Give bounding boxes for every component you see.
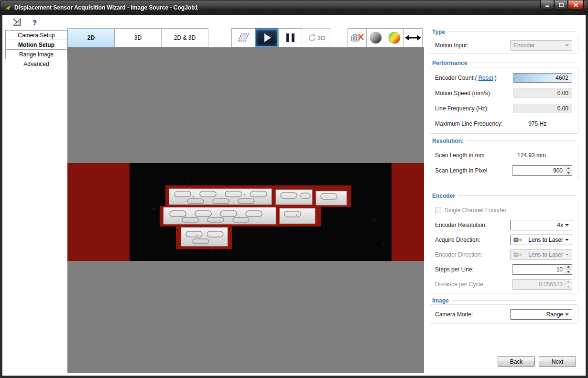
refresh-3d-button: 3D: [302, 28, 331, 47]
camera-mode-select[interactable]: Range: [510, 309, 572, 320]
encoder-direction-select: Lens to Laser: [510, 249, 572, 260]
scan-length-pixel-input[interactable]: [512, 166, 565, 175]
back-button[interactable]: Back: [498, 356, 535, 367]
sidebar-item-range-image[interactable]: Range Image: [5, 49, 67, 59]
line-frequency-field: 0.00: [513, 104, 572, 113]
performance-section-box: Encoder Count:(Reset) 4602 Motion Speed …: [430, 67, 578, 134]
color-render-button[interactable]: [385, 28, 404, 47]
section-header-resolution: Resolution:: [432, 137, 577, 144]
reset-encoder-count-link[interactable]: Reset: [478, 75, 493, 81]
spin-up-button: [565, 280, 572, 284]
roi-select-button[interactable]: [231, 28, 255, 47]
tab-2d-and-3d[interactable]: 2D & 3D: [161, 28, 208, 47]
encoder-count-field: 4602: [513, 73, 572, 83]
spin-down-button[interactable]: [565, 171, 572, 176]
titlebar[interactable]: Displacement Sensor Acquisition Wizard -…: [0, 0, 588, 15]
grayscale-sphere-icon: [369, 31, 382, 44]
wizard-footer: Back Next: [498, 356, 576, 367]
chevron-down-icon: [565, 44, 569, 46]
image-section-box: Camera Mode: Range: [430, 304, 578, 324]
window-controls: [540, 0, 584, 10]
spin-up-button[interactable]: [565, 265, 572, 270]
roi-polygon-icon: [236, 31, 251, 44]
color-sphere-icon: [388, 31, 401, 44]
motion-speed-label: Motion Speed (mm/s):: [435, 90, 491, 97]
acquire-direction-select[interactable]: Lens to Laser: [510, 235, 572, 245]
chevron-down-icon: [565, 254, 569, 256]
spin-up-icon: [567, 281, 570, 282]
spin-down-button[interactable]: [565, 269, 572, 274]
scan-length-mm-value: 124.93 mm: [491, 152, 572, 159]
encoder-section-box: Single Channel Encoder Encoder Resolutio…: [430, 200, 578, 293]
next-button[interactable]: Next: [539, 356, 576, 367]
pause-button[interactable]: [278, 28, 302, 47]
camera-off-button[interactable]: [348, 28, 367, 47]
single-channel-encoder-label: Single Channel Encoder: [445, 207, 506, 214]
wizard-window: Displacement Sensor Acquisition Wizard -…: [0, 0, 588, 378]
spin-up-button[interactable]: [565, 166, 572, 171]
view-mode-tabs: 2D 3D 2D & 3D: [67, 28, 208, 47]
viewer-toolbar: 2D 3D 2D & 3D: [67, 28, 424, 47]
encoder-resolution-label: Encoder Resolution:: [435, 222, 487, 228]
encoder-resolution-select[interactable]: 4x: [510, 220, 572, 230]
maximize-icon: [559, 3, 564, 7]
distance-per-cycle-label: Distance per Cycle:: [435, 281, 485, 288]
line-frequency-label: Line Frequency (Hz):: [435, 105, 489, 112]
fit-width-button[interactable]: [403, 28, 423, 47]
camera-mode-label: Camera Mode:: [435, 311, 473, 318]
motion-input-select: Encoder: [510, 40, 572, 51]
max-line-frequency-label: Maximum Line Frequency:: [435, 120, 502, 127]
help-icon[interactable]: ?: [29, 17, 40, 27]
quick-toolbar: ?: [12, 16, 40, 28]
acquisition-buttons: 3D: [231, 28, 331, 47]
distance-per-cycle-stepper: [512, 279, 572, 290]
camera-x-icon: [350, 32, 364, 43]
steps-per-line-input[interactable]: [512, 265, 565, 274]
sidebar-item-motion-setup[interactable]: Motion Setup: [5, 40, 67, 50]
settings-panel: Type Motion Input: Encoder Performance E…: [427, 15, 581, 376]
close-icon: [573, 3, 578, 7]
type-section-box: Motion Input: Encoder: [430, 36, 578, 54]
viewer-canvas[interactable]: [67, 47, 424, 373]
chevron-down-icon: [565, 313, 569, 315]
window-title: Displacement Sensor Acquisition Wizard -…: [14, 4, 198, 11]
steps-per-line-label: Steps per Line:: [435, 266, 474, 273]
motion-speed-field: 0.00: [513, 88, 572, 98]
distance-per-cycle-input: [512, 280, 565, 289]
minimize-icon: [545, 3, 550, 7]
scan-length-pixel-label: Scan Length in Pixel: [435, 167, 487, 174]
single-channel-encoder-checkbox: [435, 207, 441, 213]
range-scan-image: [67, 163, 424, 261]
sidebar-item-advanced[interactable]: Advanced: [5, 59, 67, 69]
pause-icon: [286, 33, 289, 42]
display-buttons: [348, 28, 423, 47]
max-line-frequency-value: 975 Hz: [502, 120, 572, 127]
close-button[interactable]: [568, 0, 584, 10]
spin-down-icon: [567, 286, 570, 288]
lens-to-laser-icon: [513, 237, 522, 243]
wizard-steps-nav: Camera Setup Motion Setup Range Image Ad…: [5, 30, 67, 69]
section-header-type: Type: [432, 28, 577, 35]
acquire-direction-label: Acquire Direction:: [435, 237, 480, 243]
tab-3d[interactable]: 3D: [114, 28, 162, 47]
section-header-image: Image: [432, 297, 577, 304]
encoder-count-label: Encoder Count:(Reset): [435, 75, 497, 81]
horizontal-arrows-icon: [405, 34, 421, 41]
maximize-button[interactable]: [554, 0, 568, 10]
calibration-tool-icon[interactable]: [12, 17, 22, 27]
circular-arrow-icon: [308, 33, 316, 42]
app-icon: [4, 4, 11, 11]
play-button[interactable]: [255, 28, 279, 47]
section-header-performance: Performance: [432, 59, 577, 66]
spin-down-icon: [567, 271, 570, 273]
scan-length-pixel-stepper[interactable]: [512, 165, 572, 176]
encoder-direction-label: Encoder Direction:: [435, 251, 482, 258]
lens-to-laser-icon: [513, 252, 522, 258]
steps-per-line-stepper[interactable]: [512, 264, 572, 275]
resolution-section-box: Scan Length in mm 124.93 mm Scan Length …: [430, 145, 578, 180]
sidebar-item-camera-setup[interactable]: Camera Setup: [5, 30, 67, 40]
grayscale-render-button[interactable]: [366, 28, 385, 47]
tab-2d[interactable]: 2D: [67, 28, 115, 47]
minimize-button[interactable]: [540, 0, 554, 10]
motion-input-label: Motion Input:: [435, 42, 468, 49]
